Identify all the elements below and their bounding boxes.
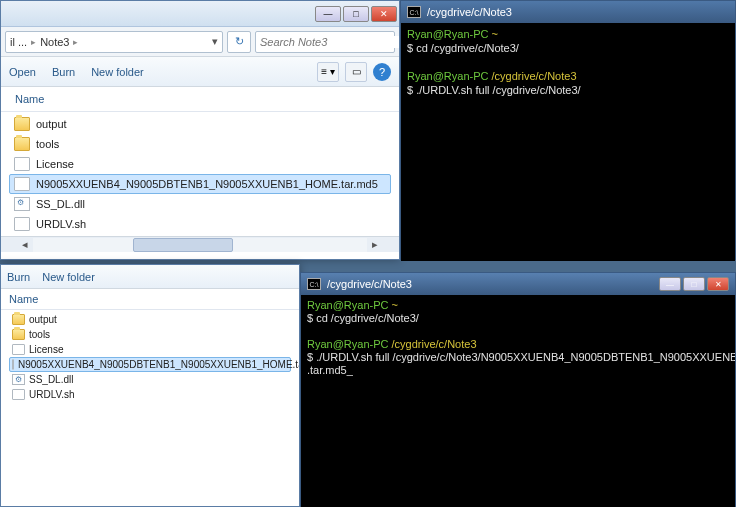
dll-icon xyxy=(14,197,30,211)
file-icon xyxy=(14,177,30,191)
file-name: License xyxy=(36,158,74,170)
close-button[interactable]: ✕ xyxy=(371,6,397,22)
file-row[interactable]: tools xyxy=(9,134,391,154)
burn-button[interactable]: Burn xyxy=(52,66,75,78)
file-icon xyxy=(12,389,25,400)
scroll-thumb[interactable] xyxy=(133,238,233,252)
breadcrumb-current[interactable]: Note3 xyxy=(40,36,69,48)
minimize-button[interactable]: — xyxy=(315,6,341,22)
file-list: outputtoolsLicenseN9005XXUENB4_N9005DBTE… xyxy=(1,310,299,404)
breadcrumb-ellipsis[interactable]: il ... xyxy=(10,36,27,48)
column-headers[interactable]: Name xyxy=(1,289,299,310)
file-row[interactable]: tools xyxy=(9,327,291,342)
scrollbar[interactable]: ◂ ▸ xyxy=(1,236,399,252)
terminal-body[interactable]: Ryan@Ryan-PC ~$ cd /cygdrive/c/Note3/ Ry… xyxy=(301,295,735,507)
titlebar[interactable]: — □ ✕ xyxy=(1,1,399,27)
file-name: URDLV.sh xyxy=(36,218,86,230)
toolbar: Burn New folder xyxy=(1,265,299,289)
terminal-icon: C:\ xyxy=(407,6,421,18)
file-icon xyxy=(14,157,30,171)
file-row[interactable]: URDLV.sh xyxy=(9,387,291,402)
column-name[interactable]: Name xyxy=(9,293,38,305)
file-name: URDLV.sh xyxy=(29,389,75,400)
folder-icon xyxy=(14,137,30,151)
file-row[interactable]: N9005XXUENB4_N9005DBTENB1_N9005XXUENB1_H… xyxy=(9,357,291,372)
file-row[interactable]: output xyxy=(9,312,291,327)
terminal-line: $ cd /cygdrive/c/Note3/ xyxy=(307,312,729,325)
file-name: N9005XXUENB4_N9005DBTENB1_N9005XXUENB1_H… xyxy=(36,178,378,190)
maximize-button[interactable]: □ xyxy=(343,6,369,22)
file-row[interactable]: output xyxy=(9,114,391,134)
terminal-body[interactable]: Ryan@Ryan-PC ~$ cd /cygdrive/c/Note3/ Ry… xyxy=(401,23,735,261)
terminal-line xyxy=(407,55,729,69)
terminal-window-2: C:\ /cygdrive/c/Note3 — □ ✕ Ryan@Ryan-PC… xyxy=(300,272,736,507)
terminal-line xyxy=(307,325,729,338)
file-row[interactable]: SS_DL.dll xyxy=(9,372,291,387)
terminal-window-1: C:\ /cygdrive/c/Note3 Ryan@Ryan-PC ~$ cd… xyxy=(400,0,736,260)
folder-icon xyxy=(12,329,25,340)
window-buttons: — □ ✕ xyxy=(315,6,397,22)
file-name: License xyxy=(29,344,63,355)
file-icon xyxy=(12,359,14,370)
terminal-line: $ ./URDLV.sh full /cygdrive/c/Note3/ xyxy=(407,83,729,97)
search-input[interactable] xyxy=(260,36,399,48)
minimize-button[interactable]: — xyxy=(659,277,681,291)
view-options-button[interactable]: ≡ ▾ xyxy=(317,62,339,82)
search-box[interactable]: 🔍 xyxy=(255,31,395,53)
file-icon xyxy=(14,217,30,231)
file-name: SS_DL.dll xyxy=(29,374,73,385)
file-name: tools xyxy=(36,138,59,150)
file-name: tools xyxy=(29,329,50,340)
column-name[interactable]: Name xyxy=(15,93,44,105)
terminal-titlebar[interactable]: C:\ /cygdrive/c/Note3 — □ ✕ xyxy=(301,273,735,295)
explorer-window-1: — □ ✕ il ... ▸ Note3 ▸ ▾ ↻ 🔍 Open Burn N… xyxy=(0,0,400,260)
toolbar: Open Burn New folder ≡ ▾ ▭ ? xyxy=(1,57,399,87)
dll-icon xyxy=(12,374,25,385)
file-list: outputtoolsLicenseN9005XXUENB4_N9005DBTE… xyxy=(1,112,399,236)
burn-button[interactable]: Burn xyxy=(7,271,30,283)
folder-icon xyxy=(12,314,25,325)
terminal-line: Ryan@Ryan-PC ~ xyxy=(307,299,729,312)
file-name: output xyxy=(36,118,67,130)
file-name: output xyxy=(29,314,57,325)
terminal-line: $ cd /cygdrive/c/Note3/ xyxy=(407,41,729,55)
chevron-down-icon[interactable]: ▾ xyxy=(212,35,218,48)
folder-icon xyxy=(14,117,30,131)
preview-pane-button[interactable]: ▭ xyxy=(345,62,367,82)
explorer-window-2: Burn New folder Name outputtoolsLicenseN… xyxy=(0,264,300,507)
terminal-line: Ryan@Ryan-PC /cygdrive/c/Note3 xyxy=(307,338,729,351)
file-icon xyxy=(12,344,25,355)
file-row[interactable]: License xyxy=(9,154,391,174)
file-row[interactable]: SS_DL.dll xyxy=(9,194,391,214)
toolbar-right: ≡ ▾ ▭ ? xyxy=(317,62,391,82)
new-folder-button[interactable]: New folder xyxy=(91,66,144,78)
terminal-line: $ ./URDLV.sh full /cygdrive/c/Note3/N900… xyxy=(307,351,729,364)
column-headers[interactable]: Name xyxy=(1,87,399,112)
file-name: SS_DL.dll xyxy=(36,198,85,210)
refresh-button[interactable]: ↻ xyxy=(227,31,251,53)
close-button[interactable]: ✕ xyxy=(707,277,729,291)
breadcrumb[interactable]: il ... ▸ Note3 ▸ ▾ xyxy=(5,31,223,53)
scroll-left-icon[interactable]: ◂ xyxy=(17,238,33,251)
open-button[interactable]: Open xyxy=(9,66,36,78)
file-row[interactable]: N9005XXUENB4_N9005DBTENB1_N9005XXUENB1_H… xyxy=(9,174,391,194)
terminal-titlebar[interactable]: C:\ /cygdrive/c/Note3 xyxy=(401,1,735,23)
scroll-track[interactable] xyxy=(33,238,367,252)
file-row[interactable]: License xyxy=(9,342,291,357)
scroll-right-icon[interactable]: ▸ xyxy=(367,238,383,251)
window-buttons: — □ ✕ xyxy=(659,277,729,291)
file-name: N9005XXUENB4_N9005DBTENB1_N9005XXUENB1_H… xyxy=(18,359,299,370)
terminal-line: Ryan@Ryan-PC /cygdrive/c/Note3 xyxy=(407,69,729,83)
terminal-icon: C:\ xyxy=(307,278,321,290)
terminal-title: /cygdrive/c/Note3 xyxy=(327,278,412,290)
terminal-line: .tar.md5_ xyxy=(307,364,729,377)
file-row[interactable]: URDLV.sh xyxy=(9,214,391,234)
terminal-line: Ryan@Ryan-PC ~ xyxy=(407,27,729,41)
maximize-button[interactable]: □ xyxy=(683,277,705,291)
address-bar: il ... ▸ Note3 ▸ ▾ ↻ 🔍 xyxy=(1,27,399,57)
new-folder-button[interactable]: New folder xyxy=(42,271,95,283)
chevron-right-icon: ▸ xyxy=(31,37,36,47)
help-button[interactable]: ? xyxy=(373,63,391,81)
chevron-right-icon: ▸ xyxy=(73,37,78,47)
terminal-title: /cygdrive/c/Note3 xyxy=(427,6,512,18)
